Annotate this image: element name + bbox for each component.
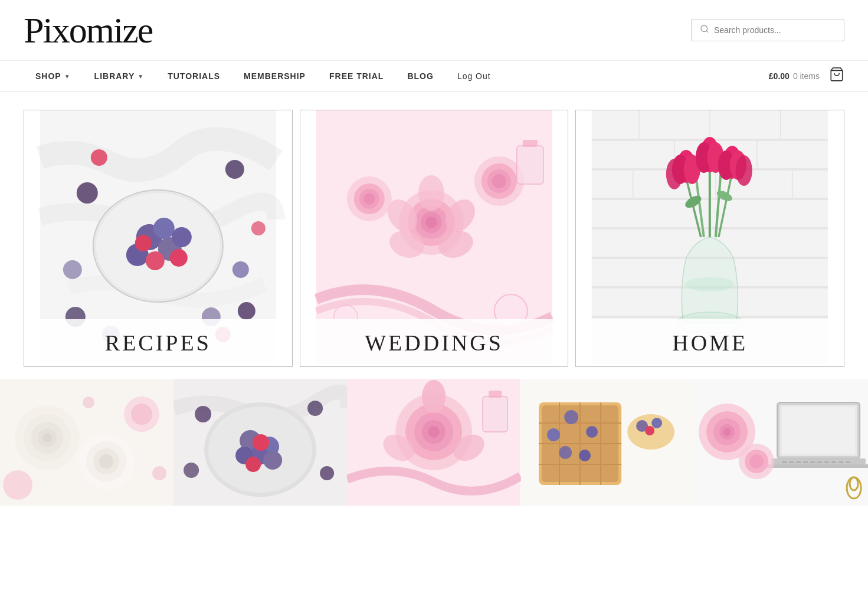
- svg-point-16: [225, 160, 244, 179]
- svg-point-115: [320, 466, 334, 480]
- svg-point-140: [586, 426, 598, 438]
- gallery-card-weddings[interactable]: WEDDINGS: [300, 110, 569, 367]
- svg-point-15: [77, 182, 98, 204]
- svg-rect-157: [803, 461, 808, 463]
- gallery-section: RECIPES: [0, 92, 868, 379]
- svg-rect-127: [483, 396, 507, 432]
- svg-point-85: [666, 159, 683, 189]
- svg-point-99: [131, 404, 152, 425]
- svg-point-147: [645, 426, 654, 435]
- svg-point-19: [91, 149, 107, 166]
- strip-item-berries[interactable]: [173, 379, 347, 506]
- svg-point-126: [422, 380, 446, 413]
- cart-summary[interactable]: £0.00 0 items: [769, 67, 844, 86]
- svg-point-100: [3, 470, 32, 500]
- chevron-down-icon: ▼: [64, 73, 71, 80]
- svg-point-116: [184, 463, 199, 478]
- svg-point-93: [42, 433, 52, 442]
- nav-item-tutorials[interactable]: TUTORIALS: [156, 61, 232, 91]
- chevron-down-icon: ▼: [137, 73, 144, 80]
- nav-left: SHOP ▼ LIBRARY ▼ TUTORIALS MEMBERSHIP FR…: [24, 61, 503, 91]
- svg-point-102: [152, 466, 166, 480]
- svg-rect-162: [838, 461, 843, 463]
- svg-rect-163: [846, 461, 850, 463]
- nav-item-logout[interactable]: Log Out: [446, 61, 503, 91]
- svg-point-10: [153, 218, 175, 239]
- svg-rect-47: [522, 140, 537, 147]
- svg-point-44: [363, 193, 375, 205]
- svg-point-25: [63, 260, 82, 279]
- site-header: Pixomize: [0, 0, 868, 61]
- nav-item-library[interactable]: LIBRARY ▼: [83, 61, 156, 91]
- svg-rect-46: [516, 146, 543, 184]
- svg-point-21: [251, 221, 266, 235]
- svg-point-171: [749, 454, 764, 468]
- svg-point-114: [307, 401, 323, 416]
- cart-price: £0.00: [769, 71, 790, 81]
- svg-point-111: [253, 434, 269, 451]
- search-box[interactable]: [691, 19, 844, 41]
- strip-item-waffles[interactable]: [521, 379, 695, 506]
- svg-point-14: [170, 249, 188, 267]
- svg-point-17: [238, 302, 256, 320]
- svg-point-97: [99, 454, 113, 468]
- svg-point-40: [492, 174, 506, 188]
- svg-point-13: [135, 235, 152, 251]
- cart-icon[interactable]: [829, 67, 844, 86]
- svg-rect-153: [762, 464, 868, 468]
- nav-item-membership[interactable]: MEMBERSHIP: [232, 61, 317, 91]
- svg-rect-158: [810, 461, 815, 463]
- gallery-card-recipes[interactable]: RECIPES: [24, 110, 293, 367]
- svg-rect-161: [831, 461, 836, 463]
- gallery-card-home[interactable]: HOME: [575, 110, 844, 367]
- search-icon: [700, 24, 709, 36]
- svg-point-86: [736, 155, 752, 186]
- main-nav: SHOP ▼ LIBRARY ▼ TUTORIALS MEMBERSHIP FR…: [0, 61, 868, 92]
- svg-rect-154: [782, 461, 787, 463]
- svg-point-24: [232, 261, 249, 278]
- svg-point-141: [559, 446, 572, 459]
- svg-point-110: [263, 451, 282, 470]
- svg-rect-160: [824, 461, 829, 463]
- svg-line-1: [706, 31, 708, 32]
- svg-point-87: [685, 277, 735, 291]
- svg-point-31: [425, 217, 437, 228]
- svg-point-138: [564, 410, 578, 424]
- svg-point-112: [245, 457, 261, 472]
- svg-rect-151: [782, 407, 855, 454]
- svg-point-11: [172, 227, 192, 247]
- nav-item-blog[interactable]: BLOG: [395, 61, 445, 91]
- gallery-grid: RECIPES: [24, 110, 844, 367]
- svg-rect-155: [789, 461, 794, 463]
- svg-rect-159: [817, 461, 822, 463]
- bottom-strip: [0, 379, 868, 506]
- svg-point-122: [428, 426, 440, 438]
- strip-item-flowers-white[interactable]: [0, 379, 173, 506]
- svg-point-32: [418, 175, 444, 211]
- svg-point-142: [579, 450, 591, 461]
- nav-item-free-trial[interactable]: FREE TRIAL: [317, 61, 395, 91]
- svg-point-101: [83, 396, 94, 408]
- cart-items-label: 0 items: [793, 71, 820, 81]
- svg-point-12: [146, 251, 165, 270]
- gallery-card-label-home: HOME: [576, 319, 844, 366]
- svg-point-113: [195, 406, 211, 422]
- strip-item-laptop-roses[interactable]: [695, 379, 868, 506]
- gallery-card-label-recipes: RECIPES: [24, 319, 292, 366]
- svg-rect-128: [489, 391, 502, 398]
- logo[interactable]: Pixomize: [24, 12, 152, 48]
- svg-point-0: [701, 25, 707, 32]
- gallery-card-label-weddings: WEDDINGS: [300, 319, 568, 366]
- svg-point-146: [651, 418, 662, 428]
- svg-rect-156: [796, 461, 801, 463]
- strip-item-roses-pink[interactable]: [347, 379, 520, 506]
- svg-point-139: [547, 428, 560, 441]
- nav-item-shop[interactable]: SHOP ▼: [24, 61, 83, 91]
- search-input[interactable]: [714, 25, 836, 35]
- svg-point-168: [723, 428, 731, 436]
